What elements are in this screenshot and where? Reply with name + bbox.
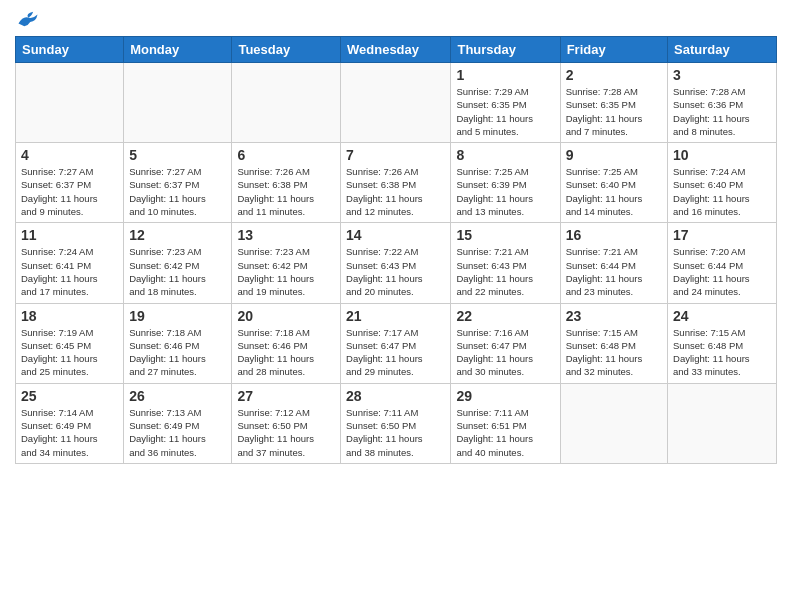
logo <box>15 10 39 28</box>
day-number: 7 <box>346 147 445 163</box>
calendar-cell: 7Sunrise: 7:26 AM Sunset: 6:38 PM Daylig… <box>341 143 451 223</box>
day-number: 6 <box>237 147 335 163</box>
day-number: 16 <box>566 227 662 243</box>
day-info: Sunrise: 7:29 AM Sunset: 6:35 PM Dayligh… <box>456 85 554 138</box>
day-info: Sunrise: 7:26 AM Sunset: 6:38 PM Dayligh… <box>237 165 335 218</box>
calendar-cell: 29Sunrise: 7:11 AM Sunset: 6:51 PM Dayli… <box>451 383 560 463</box>
calendar-cell: 25Sunrise: 7:14 AM Sunset: 6:49 PM Dayli… <box>16 383 124 463</box>
day-number: 26 <box>129 388 226 404</box>
day-number: 10 <box>673 147 771 163</box>
calendar-week-row: 1Sunrise: 7:29 AM Sunset: 6:35 PM Daylig… <box>16 63 777 143</box>
day-info: Sunrise: 7:18 AM Sunset: 6:46 PM Dayligh… <box>237 326 335 379</box>
day-number: 24 <box>673 308 771 324</box>
calendar-cell: 16Sunrise: 7:21 AM Sunset: 6:44 PM Dayli… <box>560 223 667 303</box>
calendar-header-thursday: Thursday <box>451 37 560 63</box>
calendar-cell: 2Sunrise: 7:28 AM Sunset: 6:35 PM Daylig… <box>560 63 667 143</box>
calendar-cell: 10Sunrise: 7:24 AM Sunset: 6:40 PM Dayli… <box>668 143 777 223</box>
calendar-header-wednesday: Wednesday <box>341 37 451 63</box>
page-container: SundayMondayTuesdayWednesdayThursdayFrid… <box>0 0 792 474</box>
calendar-cell <box>124 63 232 143</box>
calendar-cell <box>668 383 777 463</box>
calendar-cell <box>560 383 667 463</box>
day-info: Sunrise: 7:22 AM Sunset: 6:43 PM Dayligh… <box>346 245 445 298</box>
calendar-cell: 1Sunrise: 7:29 AM Sunset: 6:35 PM Daylig… <box>451 63 560 143</box>
calendar-cell: 5Sunrise: 7:27 AM Sunset: 6:37 PM Daylig… <box>124 143 232 223</box>
day-info: Sunrise: 7:13 AM Sunset: 6:49 PM Dayligh… <box>129 406 226 459</box>
day-info: Sunrise: 7:26 AM Sunset: 6:38 PM Dayligh… <box>346 165 445 218</box>
day-info: Sunrise: 7:23 AM Sunset: 6:42 PM Dayligh… <box>129 245 226 298</box>
calendar-cell: 22Sunrise: 7:16 AM Sunset: 6:47 PM Dayli… <box>451 303 560 383</box>
day-number: 5 <box>129 147 226 163</box>
day-number: 20 <box>237 308 335 324</box>
day-number: 19 <box>129 308 226 324</box>
day-info: Sunrise: 7:25 AM Sunset: 6:40 PM Dayligh… <box>566 165 662 218</box>
calendar-cell: 15Sunrise: 7:21 AM Sunset: 6:43 PM Dayli… <box>451 223 560 303</box>
calendar-header-friday: Friday <box>560 37 667 63</box>
day-info: Sunrise: 7:15 AM Sunset: 6:48 PM Dayligh… <box>673 326 771 379</box>
calendar-header-sunday: Sunday <box>16 37 124 63</box>
day-number: 23 <box>566 308 662 324</box>
calendar-cell: 9Sunrise: 7:25 AM Sunset: 6:40 PM Daylig… <box>560 143 667 223</box>
day-info: Sunrise: 7:15 AM Sunset: 6:48 PM Dayligh… <box>566 326 662 379</box>
day-info: Sunrise: 7:24 AM Sunset: 6:41 PM Dayligh… <box>21 245 118 298</box>
calendar-cell <box>232 63 341 143</box>
calendar-cell: 3Sunrise: 7:28 AM Sunset: 6:36 PM Daylig… <box>668 63 777 143</box>
header <box>15 10 777 28</box>
calendar-cell: 12Sunrise: 7:23 AM Sunset: 6:42 PM Dayli… <box>124 223 232 303</box>
calendar-cell: 17Sunrise: 7:20 AM Sunset: 6:44 PM Dayli… <box>668 223 777 303</box>
day-number: 21 <box>346 308 445 324</box>
day-info: Sunrise: 7:21 AM Sunset: 6:43 PM Dayligh… <box>456 245 554 298</box>
calendar-week-row: 25Sunrise: 7:14 AM Sunset: 6:49 PM Dayli… <box>16 383 777 463</box>
calendar-cell: 21Sunrise: 7:17 AM Sunset: 6:47 PM Dayli… <box>341 303 451 383</box>
day-number: 11 <box>21 227 118 243</box>
calendar-table: SundayMondayTuesdayWednesdayThursdayFrid… <box>15 36 777 464</box>
calendar-week-row: 11Sunrise: 7:24 AM Sunset: 6:41 PM Dayli… <box>16 223 777 303</box>
logo-text <box>15 10 39 28</box>
day-number: 3 <box>673 67 771 83</box>
day-info: Sunrise: 7:25 AM Sunset: 6:39 PM Dayligh… <box>456 165 554 218</box>
calendar-header-saturday: Saturday <box>668 37 777 63</box>
day-info: Sunrise: 7:27 AM Sunset: 6:37 PM Dayligh… <box>129 165 226 218</box>
calendar-cell: 28Sunrise: 7:11 AM Sunset: 6:50 PM Dayli… <box>341 383 451 463</box>
calendar-cell: 19Sunrise: 7:18 AM Sunset: 6:46 PM Dayli… <box>124 303 232 383</box>
calendar-cell: 27Sunrise: 7:12 AM Sunset: 6:50 PM Dayli… <box>232 383 341 463</box>
calendar-header-tuesday: Tuesday <box>232 37 341 63</box>
day-number: 27 <box>237 388 335 404</box>
day-number: 18 <box>21 308 118 324</box>
day-info: Sunrise: 7:11 AM Sunset: 6:50 PM Dayligh… <box>346 406 445 459</box>
day-info: Sunrise: 7:16 AM Sunset: 6:47 PM Dayligh… <box>456 326 554 379</box>
calendar-cell: 26Sunrise: 7:13 AM Sunset: 6:49 PM Dayli… <box>124 383 232 463</box>
day-info: Sunrise: 7:21 AM Sunset: 6:44 PM Dayligh… <box>566 245 662 298</box>
day-number: 14 <box>346 227 445 243</box>
calendar-cell: 18Sunrise: 7:19 AM Sunset: 6:45 PM Dayli… <box>16 303 124 383</box>
day-info: Sunrise: 7:14 AM Sunset: 6:49 PM Dayligh… <box>21 406 118 459</box>
calendar-cell: 4Sunrise: 7:27 AM Sunset: 6:37 PM Daylig… <box>16 143 124 223</box>
calendar-cell: 23Sunrise: 7:15 AM Sunset: 6:48 PM Dayli… <box>560 303 667 383</box>
day-info: Sunrise: 7:19 AM Sunset: 6:45 PM Dayligh… <box>21 326 118 379</box>
calendar-week-row: 18Sunrise: 7:19 AM Sunset: 6:45 PM Dayli… <box>16 303 777 383</box>
day-number: 1 <box>456 67 554 83</box>
calendar-cell: 20Sunrise: 7:18 AM Sunset: 6:46 PM Dayli… <box>232 303 341 383</box>
calendar-cell: 14Sunrise: 7:22 AM Sunset: 6:43 PM Dayli… <box>341 223 451 303</box>
calendar-cell: 24Sunrise: 7:15 AM Sunset: 6:48 PM Dayli… <box>668 303 777 383</box>
day-info: Sunrise: 7:20 AM Sunset: 6:44 PM Dayligh… <box>673 245 771 298</box>
calendar-cell: 8Sunrise: 7:25 AM Sunset: 6:39 PM Daylig… <box>451 143 560 223</box>
day-number: 4 <box>21 147 118 163</box>
day-info: Sunrise: 7:12 AM Sunset: 6:50 PM Dayligh… <box>237 406 335 459</box>
day-info: Sunrise: 7:28 AM Sunset: 6:36 PM Dayligh… <box>673 85 771 138</box>
day-number: 12 <box>129 227 226 243</box>
day-number: 22 <box>456 308 554 324</box>
day-info: Sunrise: 7:23 AM Sunset: 6:42 PM Dayligh… <box>237 245 335 298</box>
calendar-cell <box>341 63 451 143</box>
day-info: Sunrise: 7:27 AM Sunset: 6:37 PM Dayligh… <box>21 165 118 218</box>
day-number: 29 <box>456 388 554 404</box>
day-info: Sunrise: 7:18 AM Sunset: 6:46 PM Dayligh… <box>129 326 226 379</box>
calendar-header-row: SundayMondayTuesdayWednesdayThursdayFrid… <box>16 37 777 63</box>
day-number: 25 <box>21 388 118 404</box>
logo-bird-icon <box>17 10 39 28</box>
day-number: 15 <box>456 227 554 243</box>
calendar-cell <box>16 63 124 143</box>
calendar-header-monday: Monday <box>124 37 232 63</box>
calendar-cell: 11Sunrise: 7:24 AM Sunset: 6:41 PM Dayli… <box>16 223 124 303</box>
day-number: 28 <box>346 388 445 404</box>
